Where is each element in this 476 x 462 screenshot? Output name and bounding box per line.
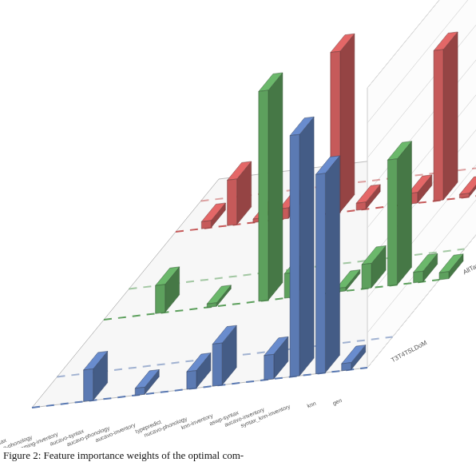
svg-marker-62 [325,156,339,372]
bar-T3T4T5_NW-1 [201,221,211,229]
depth-tick: T3T4T5LDoM [390,339,428,364]
bar-T3T4T5LDoM-2 [84,368,93,401]
bar-T3T4T5LDoM-6 [187,371,196,389]
bar-AllTasks-6 [259,90,268,301]
bar-AllTasks-11 [387,159,397,286]
bar-AllTasks-13 [439,272,449,280]
bar-T3T4T5LDoM-7 [212,343,222,386]
bar-T3T4T5LDoM-11 [315,173,325,374]
bar-AllTasks-10 [362,263,371,289]
svg-marker-20 [340,34,355,212]
svg-marker-36 [268,73,283,301]
bar-T3T4T5_NW-7 [356,202,366,210]
bar-T3T4T5LDoM-9 [264,354,274,380]
svg-marker-26 [443,32,458,200]
bar-T3T4T5LDoM-4 [135,387,145,395]
svg-marker-60 [299,117,314,376]
bar-T3T4T5LDoM-12 [342,363,351,371]
bar-AllTasks-12 [414,271,423,283]
figure-caption: Figure 2: Feature importance weights of … [3,449,244,462]
x-tick: gen [331,397,343,407]
bar-T3T4T5LDoM-10 [290,134,299,376]
feature-importance-3d-chart: 0.00.10.20.30.40.50.60.70.8Weightsswimmi… [0,0,476,448]
bar-T3T4T5_NW-10 [434,50,443,201]
x-tick: knn [306,400,316,409]
bar-AllTasks-2 [156,285,165,313]
depth-tick: AllTasks [462,259,476,277]
svg-marker-44 [397,141,411,285]
bar-T3T4T5_NW-2 [228,179,237,225]
